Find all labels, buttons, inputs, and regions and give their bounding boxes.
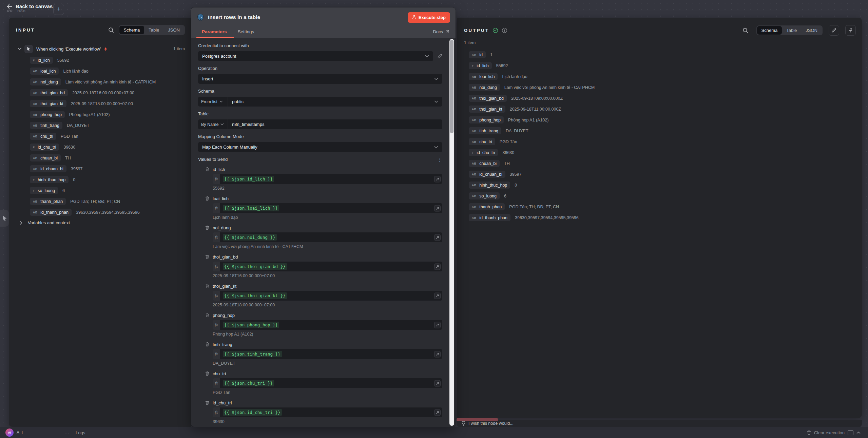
schema-value-select[interactable]: public [228,97,442,107]
open-expression-editor-button[interactable] [434,351,441,357]
schema-field-row[interactable]: AB phong_hop Phòng họp A1 (A102) [469,116,862,123]
schema-field-row[interactable]: # id_lich 55692 [469,62,862,69]
expression-input[interactable]: fx {{ $json.phong_hop }} [213,320,442,330]
ai-assistant-cluster[interactable]: AI A I ... [0,429,70,437]
schema-field-row[interactable]: AB loai_lich Lịch lãnh đạo [469,73,862,80]
operation-select[interactable]: Insert [198,74,442,84]
schema-field-pill[interactable]: AB loai_lich [469,73,498,80]
table-name-input[interactable]: n8n_timestamps [228,119,442,129]
schema-field-row[interactable]: # id_lich 55692 [30,57,191,64]
schema-field-pill[interactable]: AB tinh_trang [30,122,62,129]
schema-field-pill[interactable]: AB thoi_gian_bd [30,89,68,96]
open-expression-editor-button[interactable] [434,409,441,416]
schema-field-pill[interactable]: # hinh_thuc_hop [30,176,69,183]
docs-link[interactable]: Docs [432,27,450,36]
schema-field-row[interactable]: AB id_chuan_bi 39597 [30,165,191,172]
schema-field-row[interactable]: AB so_luong 6 [469,192,862,199]
expression-field[interactable]: {{ $json.noi_dung }} [220,232,442,242]
clear-execution-cluster[interactable]: Clear execution [807,430,868,435]
schema-field-row[interactable]: AB chu_tri PGD Tân [30,133,191,140]
schema-field-row[interactable]: AB chuan_bi TH [469,160,862,167]
schema-field-pill[interactable]: AB thanh_phan [469,203,505,210]
schema-field-pill[interactable]: AB chu_tri [469,138,495,145]
open-expression-editor-button[interactable] [434,380,441,386]
schema-field-pill[interactable]: AB id_thanh_phan [469,214,510,221]
mapping-mode-select[interactable]: Map Each Column Manually [198,142,442,152]
schema-field-pill[interactable]: # id_chu_tri [30,144,59,151]
delete-value-button[interactable] [205,400,209,405]
schema-field-pill[interactable]: AB id_thanh_phan [30,209,72,216]
schema-field-row[interactable]: AB thanh_phan PGD Tân; TH; ĐĐ; PT; CN [30,198,191,205]
expression-field[interactable]: {{ $json.thoi_gian_kt }} [220,291,442,301]
schema-field-row[interactable]: AB tinh_trang DA_DUYET [30,122,191,129]
schema-field-row[interactable]: AB id 1 [469,51,862,58]
edit-credential-pencil-icon[interactable] [437,54,442,59]
logs-popout-icon[interactable] [848,430,853,435]
schema-field-pill[interactable]: AB chuan_bi [469,160,500,167]
table-select[interactable]: By Name n8n_timestamps [198,119,442,129]
search-icon[interactable] [742,27,748,33]
schema-field-pill[interactable]: AB so_luong [469,192,500,199]
schema-field-row[interactable]: AB chuan_bi TH [30,154,191,161]
schema-field-row[interactable]: AB noi_dung Làm việc với phòng An ninh k… [30,78,191,85]
expression-input[interactable]: fx {{ $json.tinh_trang }} [213,349,442,359]
chevron-up-icon[interactable] [856,431,861,434]
schema-field-pill[interactable]: AB id_chuan_bi [30,165,66,172]
schema-field-row[interactable]: AB id_thanh_phan 39630,39597,39594,39595… [469,214,862,221]
schema-field-pill[interactable]: AB chuan_bi [30,154,61,161]
schema-field-row[interactable]: AB thoi_gian_kt 2025-09-18T18:00:00.000+… [30,100,191,107]
ai-more-icon[interactable]: ... [64,430,70,435]
canvas-trigger-node[interactable] [0,210,9,227]
schema-field-row[interactable]: # id_chu_tri 39630 [469,149,862,156]
schema-field-row[interactable]: # hinh_thuc_hop 0 [30,176,191,183]
schema-field-pill[interactable]: AB thanh_phan [30,198,66,205]
schema-field-pill[interactable]: AB id [469,51,486,58]
schema-field-pill[interactable]: AB chu_tri [30,133,56,140]
info-icon[interactable] [502,27,507,33]
output-tab-schema[interactable]: Schema [757,26,782,35]
delete-value-button[interactable] [205,225,209,230]
schema-field-pill[interactable]: AB hinh_thuc_hop [469,182,510,189]
variables-and-context-toggle[interactable]: Variables and context [20,220,191,225]
delete-value-button[interactable] [205,284,209,288]
chevron-down-icon[interactable] [18,47,22,50]
expression-input[interactable]: fx {{ $json.loai_lich }} [213,203,442,213]
schema-field-row[interactable]: AB thoi_gian_bd 2025-09-18T16:00:00.000+… [30,89,191,96]
schema-field-pill[interactable]: # id_chu_tri [469,149,498,156]
schema-field-pill[interactable]: AB loai_lich [30,68,59,75]
open-expression-editor-button[interactable] [434,263,441,270]
schema-field-row[interactable]: AB noi_dung Làm việc với phòng An ninh k… [469,84,862,91]
expression-field[interactable]: {{ $json.chu_tri }} [220,378,442,388]
open-expression-editor-button[interactable] [434,205,441,211]
schema-field-pill[interactable]: AB phong_hop [469,116,504,123]
open-expression-editor-button[interactable] [434,176,441,182]
schema-field-row[interactable]: AB thanh_phan PGD Tân; TH; ĐĐ; PT; CN [469,203,862,210]
tab-settings[interactable]: Settings [232,27,260,36]
schema-field-row[interactable]: # id_chu_tri 39630 [30,144,191,151]
tab-parameters[interactable]: Parameters [196,27,232,36]
delete-value-button[interactable] [205,254,209,259]
logs-panel-toggle[interactable]: Logs [70,430,85,435]
schema-field-row[interactable]: AB chu_tri PGD Tân [469,138,862,145]
schema-field-row[interactable]: AB thoi_gian_kt 2025-09-18T11:00:00.000Z [469,106,862,113]
schema-field-row[interactable]: AB id_chuan_bi 39597 [469,171,862,178]
pin-data-button[interactable] [845,25,856,36]
expression-input[interactable]: fx {{ $json.chu_tri }} [213,378,442,388]
schema-field-pill[interactable]: AB tinh_trang [469,127,501,134]
schema-field-pill[interactable]: AB thoi_gian_bd [469,95,507,102]
schema-field-pill[interactable]: AB noi_dung [30,78,61,85]
schema-field-row[interactable]: AB loai_lich Lịch lãnh đạo [30,68,191,75]
edit-output-button[interactable] [829,25,839,36]
expression-field[interactable]: {{ $json.tinh_trang }} [220,349,442,359]
schema-field-pill[interactable]: AB noi_dung [469,84,500,91]
schema-field-row[interactable]: AB id_thanh_phan 39630,39597,39594,39595… [30,209,191,216]
input-tab-schema[interactable]: Schema [119,26,144,34]
delete-value-button[interactable] [205,342,209,347]
schema-field-pill[interactable]: AB phong_hop [30,111,65,118]
expression-input[interactable]: fx {{ $json.thoi_gian_kt }} [213,291,442,301]
schema-field-row[interactable]: # so_luong 6 [30,187,191,194]
search-icon[interactable] [108,27,114,33]
schema-field-row[interactable]: AB hinh_thuc_hop 0 [469,182,862,189]
schema-field-row[interactable]: AB tinh_trang DA_DUYET [469,127,862,134]
open-expression-editor-button[interactable] [434,234,441,241]
